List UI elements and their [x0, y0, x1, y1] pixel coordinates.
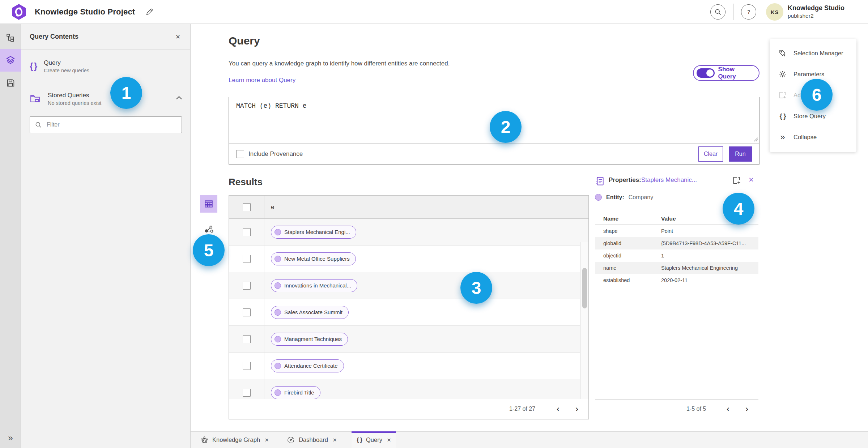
show-query-toggle[interactable]: Show Query	[693, 65, 760, 81]
row-checkbox[interactable]	[243, 362, 251, 370]
property-row: objectid 1	[595, 249, 758, 262]
row-checkbox[interactable]	[243, 228, 251, 236]
entity-swatch-icon	[275, 282, 281, 289]
selection-manager-icon	[778, 49, 788, 57]
tab-label: Query	[366, 436, 382, 443]
entity-pill[interactable]: Attendance Certificate	[271, 359, 344, 372]
topbar-divider	[733, 4, 734, 20]
row-checkbox[interactable]	[243, 389, 251, 397]
add-to-map-icon	[732, 176, 741, 185]
layers-icon	[6, 56, 15, 65]
menu-item-collapse[interactable]: » Collapse	[770, 127, 856, 148]
tab-label: Knowledge Graph	[212, 436, 260, 443]
annotation-badge-6: 6	[801, 79, 833, 111]
knowledge-graph-icon	[200, 436, 208, 444]
user-name: Knowledge Studio	[788, 4, 844, 12]
properties-doc-icon	[595, 176, 605, 186]
row-checkbox[interactable]	[243, 282, 251, 290]
properties-table: Name Value shape Point globalid {5D9B471…	[595, 216, 758, 286]
run-button[interactable]: Run	[729, 146, 752, 162]
annotation-badge-1: 1	[110, 77, 142, 109]
tab-knowledge-graph[interactable]: Knowledge Graph ×	[195, 432, 274, 448]
table-icon	[204, 199, 213, 209]
entity-swatch-icon	[275, 363, 281, 369]
clear-button[interactable]: Clear	[698, 146, 723, 162]
entity-pill[interactable]: Sales Associate Summit	[271, 306, 349, 319]
properties-previous-page-button[interactable]: ‹	[722, 403, 734, 415]
braces-icon: { }	[30, 61, 37, 71]
filter-input[interactable]	[30, 116, 182, 133]
tab-dashboard[interactable]: Dashboard ×	[282, 432, 342, 448]
selected-entity-link[interactable]: Staplers Mechanic...	[641, 176, 697, 184]
rail-item-save[interactable]	[0, 72, 21, 94]
close-tab-icon[interactable]: ×	[265, 436, 269, 444]
menu-item-selection-manager[interactable]: Selection Manager	[770, 43, 856, 64]
properties-next-page-button[interactable]: ›	[741, 403, 753, 415]
edit-title-button[interactable]	[144, 7, 155, 17]
rail-item-contents[interactable]	[0, 27, 21, 49]
table-view-button[interactable]	[200, 195, 217, 213]
search-button[interactable]	[710, 4, 726, 20]
knowledge-studio-logo-icon[interactable]	[10, 3, 27, 21]
tab-query[interactable]: { } Query ×	[352, 432, 396, 448]
query-item-title: Query	[44, 59, 89, 67]
results-pagination: 1-27 of 27 ‹ ›	[229, 399, 588, 419]
select-all-checkbox[interactable]	[243, 203, 251, 211]
collapse-section-button[interactable]	[176, 95, 182, 100]
entity-pill[interactable]: Innovations in Mechanical...	[271, 279, 357, 292]
close-properties-button[interactable]: ×	[749, 175, 754, 185]
results-scrollbar[interactable]	[580, 242, 588, 399]
filter-search-icon	[35, 121, 42, 128]
expand-rail-button[interactable]: »	[0, 431, 21, 445]
properties-page-range: 1-5 of 5	[686, 406, 706, 412]
entity-pill[interactable]: Staplers Mechanical Engi...	[271, 226, 356, 239]
properties-footer-divider	[595, 399, 758, 400]
close-panel-button[interactable]: ×	[173, 32, 183, 42]
learn-more-link[interactable]: Learn more about Query	[229, 77, 295, 84]
save-icon	[6, 78, 15, 88]
entity-swatch-icon	[275, 309, 281, 316]
menu-item-label: Parameters	[793, 71, 824, 78]
row-checkbox[interactable]	[243, 255, 251, 263]
panel-divider	[21, 142, 190, 142]
query-page-title: Query	[229, 35, 260, 47]
resize-handle[interactable]	[753, 137, 758, 142]
next-page-button[interactable]: ›	[571, 403, 583, 415]
tab-label: Dashboard	[299, 436, 328, 443]
property-row: globalid {5D9B4713-F98D-4A53-A59F-C11...	[595, 237, 758, 249]
entity-pill[interactable]: New Metal Office Suppliers	[271, 252, 356, 265]
menu-item-label: Store Query	[793, 113, 826, 120]
stored-queries-subtitle: No stored queries exist	[48, 100, 101, 106]
entity-pill[interactable]: Managment Techniques	[271, 333, 348, 346]
query-text-input[interactable]: MATCH (e) RETURN e	[236, 102, 306, 110]
annotation-badge-5: 5	[193, 234, 225, 266]
toggle-knob	[706, 69, 714, 77]
table-row: Managment Techniques	[229, 326, 588, 353]
project-title: Knowledge Studio Project	[35, 7, 135, 17]
entity-swatch-icon	[275, 229, 281, 235]
toggle-switch	[697, 68, 715, 78]
rail-item-layers[interactable]	[0, 49, 21, 72]
close-tab-icon[interactable]: ×	[387, 436, 391, 444]
svg-text:?: ?	[747, 9, 750, 15]
scrollbar-thumb[interactable]	[582, 268, 587, 308]
sidebar-item-stored-queries[interactable]: Stored Queries No stored queries exist	[21, 83, 190, 114]
user-avatar[interactable]: KS	[766, 3, 783, 21]
row-checkbox[interactable]	[243, 335, 251, 343]
row-checkbox[interactable]	[243, 308, 251, 316]
double-chevron-right-icon: »	[778, 133, 788, 141]
help-icon: ?	[745, 8, 753, 16]
user-menu[interactable]: Knowledge Studio publisher2	[788, 4, 844, 19]
property-row: name Staplers Mechanical Engineering	[595, 262, 758, 274]
properties-label: Properties:	[609, 176, 641, 184]
include-provenance-checkbox[interactable]	[236, 150, 244, 158]
previous-page-button[interactable]: ‹	[552, 403, 564, 415]
sidebar-item-query[interactable]: { } Query Create new queries	[21, 50, 190, 83]
include-provenance-label: Include Provenance	[248, 150, 303, 158]
close-tab-icon[interactable]: ×	[333, 436, 337, 444]
table-row: New Metal Office Suppliers	[229, 246, 588, 272]
add-to-map-icon	[778, 91, 788, 99]
add-to-map-button[interactable]	[732, 176, 741, 185]
entity-pill[interactable]: Firebird Title	[271, 386, 320, 399]
help-button[interactable]: ?	[741, 4, 756, 20]
